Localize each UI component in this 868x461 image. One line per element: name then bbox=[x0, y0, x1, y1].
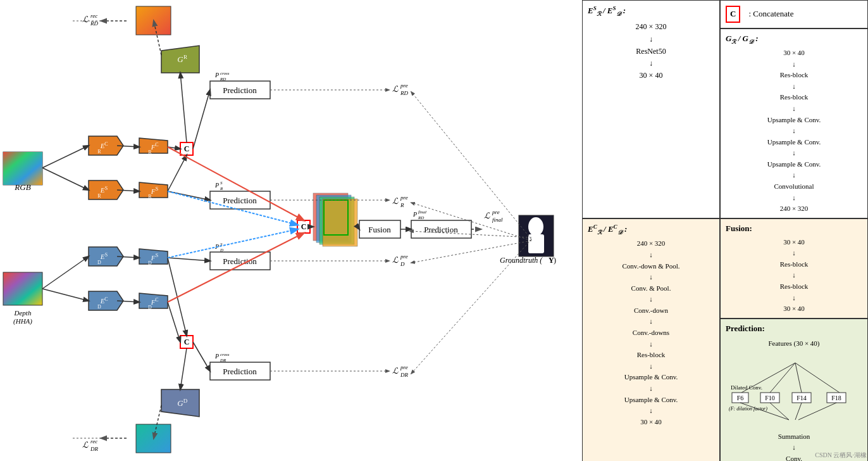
svg-text:RD: RD bbox=[220, 77, 226, 82]
svg-text:pre: pre bbox=[400, 364, 408, 370]
svg-point-10 bbox=[528, 217, 543, 236]
svg-text:ℒ: ℒ bbox=[392, 196, 399, 206]
fusion-content: 30 × 40 ↓ Res-block ↓ Res-block ↓ 30 × 4… bbox=[726, 237, 862, 315]
encoder-s-content: 240 × 320 ↓ ResNet50 ↓ 30 × 40 bbox=[588, 21, 714, 82]
svg-text:D: D bbox=[400, 261, 405, 267]
svg-rect-71 bbox=[323, 199, 357, 246]
encoder-c-title: ECℛ / EC𝒟 : bbox=[588, 222, 714, 237]
svg-text:R: R bbox=[148, 149, 152, 155]
generator-title: Gℛ / G𝒟 : bbox=[726, 32, 862, 46]
svg-text:C: C bbox=[301, 222, 307, 231]
svg-text:RD: RD bbox=[400, 90, 408, 96]
svg-text:P: P bbox=[214, 72, 219, 79]
svg-text:D: D bbox=[97, 260, 101, 265]
svg-text:C: C bbox=[184, 338, 190, 346]
svg-text:): ) bbox=[554, 256, 556, 265]
svg-line-155 bbox=[770, 363, 795, 393]
svg-text:C: C bbox=[155, 297, 158, 303]
svg-text:ℒ: ℒ bbox=[82, 15, 89, 24]
svg-text:R: R bbox=[400, 202, 404, 208]
svg-text:pre: pre bbox=[492, 209, 500, 215]
svg-text:cross: cross bbox=[220, 71, 230, 76]
svg-text:D: D bbox=[220, 248, 223, 253]
svg-text:S: S bbox=[105, 252, 108, 258]
svg-text:ℒ: ℒ bbox=[392, 255, 399, 265]
svg-text:Depth: Depth bbox=[14, 309, 32, 317]
svg-text:C: C bbox=[104, 296, 108, 302]
svg-text:F6: F6 bbox=[737, 395, 744, 401]
svg-text:S: S bbox=[156, 253, 158, 258]
svg-text:rec: rec bbox=[90, 438, 97, 445]
svg-text:DR: DR bbox=[220, 358, 226, 363]
svg-text:ℒ: ℒ bbox=[82, 440, 89, 450]
features-diagram: Dilated Conv. F6 F10 F14 F18 bbox=[726, 351, 865, 427]
svg-text:S: S bbox=[220, 180, 223, 186]
svg-line-156 bbox=[795, 363, 802, 393]
svg-text:C: C bbox=[184, 144, 190, 153]
svg-text:R: R bbox=[220, 186, 223, 191]
generator-section: Gℛ / G𝒟 : 30 × 40 ↓ Res-block ↓ Res-bloc… bbox=[720, 28, 868, 218]
svg-line-157 bbox=[795, 363, 840, 393]
right-panel: ESℛ / ES𝒟 : 240 × 320 ↓ ResNet50 ↓ 30 × … bbox=[582, 0, 868, 461]
svg-rect-8 bbox=[136, 424, 171, 453]
svg-text:S: S bbox=[105, 186, 108, 191]
diagram-area: RGB Depth (HHA) E C R bbox=[0, 0, 582, 461]
main-container: RGB Depth (HHA) E C R bbox=[0, 0, 868, 461]
svg-text:D: D bbox=[183, 398, 188, 404]
svg-text:Prediction: Prediction bbox=[424, 225, 458, 234]
prediction-section: Prediction: Features (30 × 40) bbox=[720, 319, 868, 461]
concat-box: C bbox=[726, 6, 740, 23]
svg-text:R: R bbox=[97, 149, 101, 155]
svg-text:RD: RD bbox=[418, 215, 424, 220]
svg-rect-4 bbox=[3, 272, 42, 305]
encoder-c-content: 240 × 320 ↓ Conv.-down & Pool. ↓ Conv. &… bbox=[588, 238, 714, 427]
svg-text:D: D bbox=[148, 260, 152, 266]
svg-text:RGB: RGB bbox=[14, 182, 30, 192]
svg-text:F18: F18 bbox=[831, 395, 841, 401]
concat-label: : Concatenate bbox=[748, 8, 793, 21]
svg-text:Prediction: Prediction bbox=[223, 196, 257, 205]
svg-text:Fusion: Fusion bbox=[368, 225, 391, 234]
fusion-prediction-col: Fusion: 30 × 40 ↓ Res-block ↓ Res-block … bbox=[720, 218, 868, 461]
svg-line-169 bbox=[770, 403, 789, 420]
svg-text:D: D bbox=[148, 305, 152, 310]
svg-text:DR: DR bbox=[400, 372, 408, 378]
svg-text:P: P bbox=[214, 353, 219, 360]
svg-text:C: C bbox=[155, 142, 158, 148]
svg-text:ℒ: ℒ bbox=[392, 84, 399, 94]
fusion-section: Fusion: 30 × 40 ↓ Res-block ↓ Res-block … bbox=[720, 218, 868, 319]
svg-text:(HHA): (HHA) bbox=[13, 317, 32, 325]
svg-text:Prediction: Prediction bbox=[223, 256, 257, 266]
features-label: Features (30 × 40) bbox=[726, 338, 862, 350]
svg-text:ℒ: ℒ bbox=[392, 366, 399, 376]
svg-text:R: R bbox=[183, 54, 187, 60]
svg-rect-153 bbox=[773, 353, 817, 363]
svg-text:final: final bbox=[492, 217, 503, 223]
middle-panel-row: ECℛ / EC𝒟 : 240 × 320 ↓ Conv.-down & Poo… bbox=[582, 218, 868, 461]
svg-text:S: S bbox=[156, 186, 158, 192]
svg-text:pre: pre bbox=[400, 253, 408, 260]
svg-line-170 bbox=[795, 403, 802, 420]
svg-line-171 bbox=[798, 403, 836, 420]
svg-text:P: P bbox=[214, 182, 219, 189]
svg-text:(F: dilation factor): (F: dilation factor) bbox=[729, 406, 767, 412]
fusion-title: Fusion: bbox=[726, 222, 862, 236]
encoder-s-section: ESℛ / ES𝒟 : 240 × 320 ↓ ResNet50 ↓ 30 × … bbox=[582, 0, 720, 218]
svg-rect-2 bbox=[3, 152, 42, 185]
svg-text:cross: cross bbox=[220, 352, 230, 357]
watermark: CSDN 云栖风·湖橡 bbox=[815, 451, 867, 460]
prediction-title: Prediction: bbox=[726, 322, 862, 336]
encoder-c-section: ECℛ / EC𝒟 : 240 × 320 ↓ Conv.-down & Poo… bbox=[582, 218, 720, 461]
concat-generator-col: C : Concatenate Gℛ / G𝒟 : 30 × 40 ↓ Res-… bbox=[720, 0, 868, 218]
svg-text:P: P bbox=[412, 211, 417, 218]
svg-text:R: R bbox=[97, 193, 101, 199]
svg-text:Groundtruth (: Groundtruth ( bbox=[500, 256, 543, 265]
svg-text:pre: pre bbox=[400, 82, 408, 89]
svg-text:rec: rec bbox=[90, 13, 97, 19]
concatenate-section: C : Concatenate bbox=[720, 0, 868, 28]
svg-text:Dilated Conv.: Dilated Conv. bbox=[731, 384, 762, 391]
svg-text:ℒ: ℒ bbox=[484, 211, 490, 220]
svg-text:Prediction: Prediction bbox=[223, 367, 257, 376]
svg-text:R: R bbox=[148, 194, 152, 199]
svg-rect-7 bbox=[136, 6, 171, 35]
